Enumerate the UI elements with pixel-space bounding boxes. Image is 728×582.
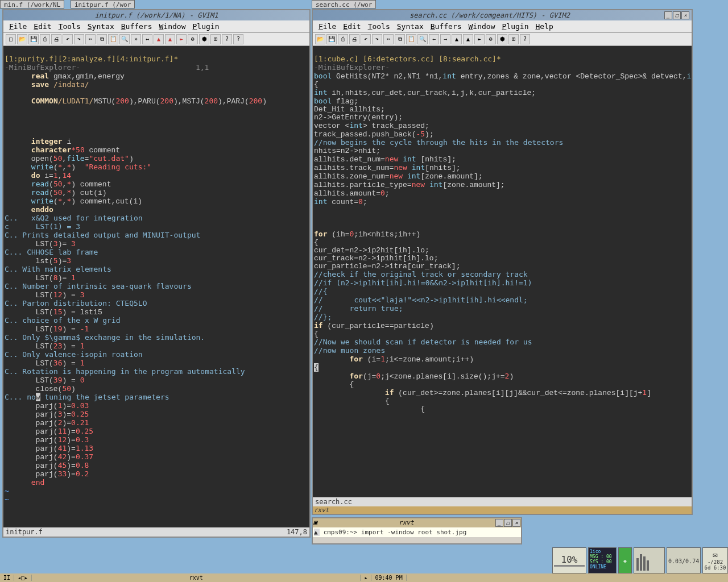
menu-syntax[interactable]: Syntax	[85, 22, 117, 31]
tb-find-icon[interactable]: 🔍	[119, 34, 130, 44]
tb-cut-icon[interactable]: ✂	[85, 34, 96, 44]
menu-plugin[interactable]: Plugin	[500, 22, 531, 31]
maximize-icon[interactable]: □	[673, 11, 681, 19]
net-applet[interactable]: 1ico MSG : 00 SYS : 00 ONLINE	[588, 547, 617, 573]
rxvt-term[interactable]: ▲ cmps09:~> import -window root shot.jpg	[313, 527, 521, 537]
tb-make-icon[interactable]: ⚙	[188, 34, 198, 44]
tb-help-icon[interactable]: ?	[222, 34, 232, 44]
gvim1-title: initpur.f (/work/1/NA) - GVIM1	[95, 11, 218, 19]
tb-ctags-icon[interactable]: ⊞	[508, 34, 519, 44]
gvim1-editor[interactable]: [1:purity.f][2:analyze.f][4:initpur.f]* …	[3, 46, 309, 527]
gvim2-menubar: File Edit Tools Syntax Buffers Window Pl…	[313, 20, 692, 33]
menu-tools[interactable]: Tools	[56, 22, 83, 31]
tb-run-icon[interactable]: ►	[176, 34, 187, 44]
pager[interactable]: ◂□▸	[14, 575, 32, 581]
minibuf-pos: 1,1	[196, 63, 209, 72]
tb-sess2-icon[interactable]: ▲	[165, 34, 175, 44]
rxvt-window: ▣ rxvt _□× ▲ cmps09:~> import -window ro…	[312, 517, 522, 544]
task-rxvt[interactable]: rxvt	[32, 575, 361, 581]
buffer-line[interactable]: [1:purity.f][2:analyze.f][4:initpur.f]*	[5, 55, 178, 63]
tb-new-icon[interactable]: □	[6, 34, 16, 44]
mail-applet[interactable]: ✉ -/282 6d 6:30	[702, 547, 728, 573]
tb-replace-icon[interactable]: ↔	[142, 34, 152, 44]
menu-edit[interactable]: Edit	[341, 22, 363, 31]
tb-tag-icon[interactable]: ⊞	[210, 34, 221, 44]
wm-tab-2[interactable]: initpur.f (/wor	[71, 0, 135, 9]
tb-undo-icon[interactable]: ↶	[63, 34, 73, 44]
rxvt-title[interactable]: ▣ rxvt _□×	[313, 518, 521, 527]
minibuf2: -MiniBufExplorer-	[314, 63, 390, 72]
max-icon[interactable]: □	[504, 519, 512, 527]
menu-help[interactable]: Help	[533, 22, 555, 31]
menu-window[interactable]: Window	[466, 22, 498, 31]
tb-save-icon[interactable]: 💾	[28, 34, 39, 44]
tb-paste-icon[interactable]: 📋	[108, 34, 118, 44]
wm-tab-1[interactable]: min.f (/work/NL	[0, 0, 64, 9]
menu-tools[interactable]: Tools	[366, 22, 392, 31]
menu-file[interactable]: File	[316, 22, 338, 31]
wm-tab-3[interactable]: search.cc (/wor	[312, 0, 376, 9]
tb-shell-icon[interactable]: ⬢	[199, 34, 209, 44]
tb-copy-icon[interactable]: ⧉	[395, 34, 405, 44]
tb-fwd-icon[interactable]: →	[440, 34, 450, 44]
load-applet[interactable]: 0.03/0.74	[667, 547, 701, 573]
net-sys: SYS : 00	[590, 559, 615, 564]
tb-saveall-icon[interactable]: ⎙	[40, 34, 50, 44]
mixer-applet[interactable]	[634, 547, 665, 573]
tb-shell-icon[interactable]: ⬢	[497, 34, 507, 44]
rxvt-prompt: cmps09:~> import -window root shot.jpg	[324, 529, 467, 536]
gvim2-titlebar[interactable]: search.cc (/work/comgeant/HITS) - GVIM2 …	[313, 10, 692, 20]
menu-buffers[interactable]: Buffers	[119, 22, 155, 31]
tb-help2-icon[interactable]: ?	[233, 34, 243, 44]
net-speed: 1ico	[590, 549, 615, 554]
tb-undo-icon[interactable]: ↶	[361, 34, 371, 44]
min-icon[interactable]: _	[495, 519, 503, 527]
tb-saveall-icon[interactable]: ⎙	[338, 34, 348, 44]
gvim2-window: search.cc (/work/comgeant/HITS) - GVIM2 …	[312, 9, 693, 515]
tb-sess-icon[interactable]: ▲	[452, 34, 462, 44]
gvim1-toolbar: □ 📂 💾 ⎙ 🖨 ↶ ↷ ✂ ⧉ 📋 🔍 » ↔ ▲ ▲ ► ⚙ ⬢ ⊞ ? …	[3, 33, 309, 46]
tb-session-icon[interactable]: ▲	[154, 34, 164, 44]
status-pos: 147,8	[287, 528, 307, 536]
menu-syntax[interactable]: Syntax	[395, 22, 426, 31]
menu-edit[interactable]: Edit	[31, 22, 53, 31]
minimize-icon[interactable]: _	[664, 11, 672, 19]
clock[interactable]: 09:40 PM	[371, 575, 406, 581]
net-msg: MSG : 00	[590, 554, 615, 559]
gvim2-editor[interactable]: [1:cube.c] [6:detectors.cc] [8:search.cc…	[313, 46, 692, 497]
tb-open-icon[interactable]: 📂	[17, 34, 27, 44]
tb-back-icon[interactable]: ←	[429, 34, 439, 44]
mail-count: -/282	[708, 559, 723, 565]
tb-print-icon[interactable]: 🖨	[349, 34, 359, 44]
tb-redo-icon[interactable]: ↷	[74, 34, 84, 44]
menu-plugin[interactable]: Plugin	[191, 22, 222, 31]
tb-findnext-icon[interactable]: »	[131, 34, 141, 44]
close-icon[interactable]: ×	[681, 11, 689, 19]
tb-find-icon[interactable]: 🔍	[417, 34, 428, 44]
system-tray: 10% 1ico MSG : 00 SYS : 00 ONLINE ✤ 0.03…	[552, 545, 728, 573]
buffer-line2[interactable]: [1:cube.c] [6:detectors.cc] [8:search.cc…	[314, 55, 501, 63]
tb-cut-icon[interactable]: ✂	[383, 34, 394, 44]
tb-save-icon[interactable]: 💾	[326, 34, 337, 44]
menu-buffers[interactable]: Buffers	[428, 22, 464, 31]
menu-window[interactable]: Window	[157, 22, 188, 31]
tb-paste-icon[interactable]: 📋	[406, 34, 416, 44]
gvim1-window: initpur.f (/work/1/NA) - GVIM1 File Edit…	[2, 9, 311, 538]
gvim1-titlebar[interactable]: initpur.f (/work/1/NA) - GVIM1	[3, 10, 309, 20]
tb-help-icon[interactable]: ?	[520, 34, 530, 44]
close-icon[interactable]: ×	[512, 519, 520, 527]
menu-file[interactable]: File	[7, 22, 29, 31]
tb-redo-icon[interactable]: ↷	[372, 34, 382, 44]
cpu-applet[interactable]: 10%	[552, 547, 586, 573]
clover-icon[interactable]: ✤	[618, 547, 632, 573]
tb-run-icon[interactable]: ►	[474, 34, 485, 44]
tb-sess2-icon[interactable]: ▲	[463, 34, 473, 44]
tb-make-icon[interactable]: ⚙	[486, 34, 496, 44]
tb-open-icon[interactable]: 📂	[315, 34, 325, 44]
tb-copy-icon[interactable]: ⧉	[97, 34, 107, 44]
net-online: ONLINE	[590, 564, 615, 569]
gvim2-extrabar: rxvt	[313, 506, 692, 514]
tb-print-icon[interactable]: 🖨	[51, 34, 61, 44]
tray-arrow-icon[interactable]: ▸	[361, 575, 371, 581]
mode-indicator[interactable]: II	[0, 575, 14, 581]
